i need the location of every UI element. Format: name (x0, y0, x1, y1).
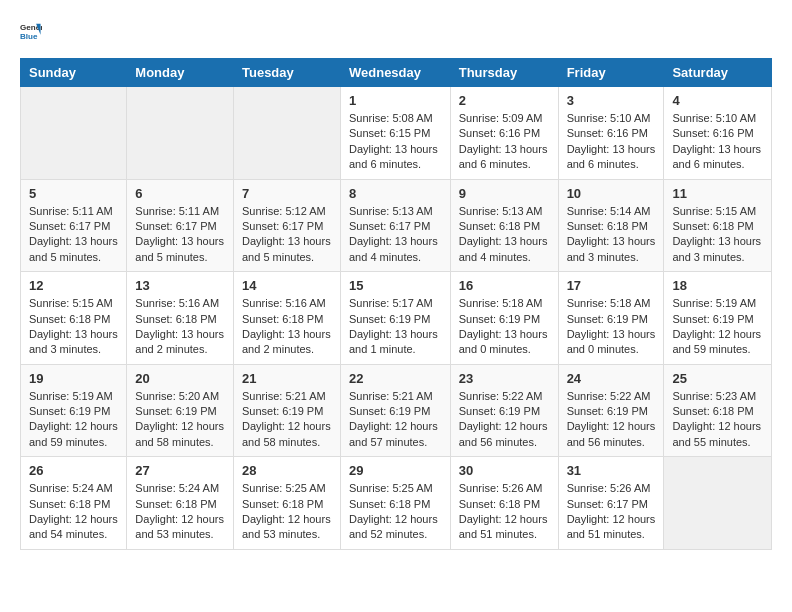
sunset: Sunset: 6:18 PM (349, 498, 430, 510)
sunrise: Sunrise: 5:26 AM (567, 482, 651, 494)
day-info: Sunrise: 5:15 AM Sunset: 6:18 PM Dayligh… (29, 296, 118, 358)
calendar-cell: 7 Sunrise: 5:12 AM Sunset: 6:17 PM Dayli… (233, 179, 340, 272)
calendar-cell: 4 Sunrise: 5:10 AM Sunset: 6:16 PM Dayli… (664, 87, 772, 180)
day-info: Sunrise: 5:23 AM Sunset: 6:18 PM Dayligh… (672, 389, 763, 451)
daylight: Daylight: 12 hours and 53 minutes. (242, 513, 331, 540)
day-number: 11 (672, 186, 763, 201)
sunrise: Sunrise: 5:22 AM (459, 390, 543, 402)
sunrise: Sunrise: 5:17 AM (349, 297, 433, 309)
sunset: Sunset: 6:16 PM (459, 127, 540, 139)
daylight: Daylight: 13 hours and 5 minutes. (242, 235, 331, 262)
day-info: Sunrise: 5:24 AM Sunset: 6:18 PM Dayligh… (135, 481, 225, 543)
daylight: Daylight: 13 hours and 0 minutes. (459, 328, 548, 355)
sunset: Sunset: 6:18 PM (29, 313, 110, 325)
sunset: Sunset: 6:18 PM (459, 498, 540, 510)
daylight: Daylight: 13 hours and 4 minutes. (459, 235, 548, 262)
sunrise: Sunrise: 5:25 AM (242, 482, 326, 494)
day-info: Sunrise: 5:17 AM Sunset: 6:19 PM Dayligh… (349, 296, 442, 358)
day-info: Sunrise: 5:20 AM Sunset: 6:19 PM Dayligh… (135, 389, 225, 451)
sunrise: Sunrise: 5:23 AM (672, 390, 756, 402)
day-info: Sunrise: 5:19 AM Sunset: 6:19 PM Dayligh… (672, 296, 763, 358)
sunrise: Sunrise: 5:10 AM (672, 112, 756, 124)
day-number: 21 (242, 371, 332, 386)
sunset: Sunset: 6:19 PM (242, 405, 323, 417)
sunrise: Sunrise: 5:12 AM (242, 205, 326, 217)
calendar-cell: 8 Sunrise: 5:13 AM Sunset: 6:17 PM Dayli… (340, 179, 450, 272)
calendar-cell: 6 Sunrise: 5:11 AM Sunset: 6:17 PM Dayli… (127, 179, 234, 272)
day-number: 30 (459, 463, 550, 478)
calendar-cell (664, 457, 772, 550)
sunset: Sunset: 6:16 PM (672, 127, 753, 139)
sunset: Sunset: 6:19 PM (349, 313, 430, 325)
calendar-cell: 24 Sunrise: 5:22 AM Sunset: 6:19 PM Dayl… (558, 364, 664, 457)
day-info: Sunrise: 5:25 AM Sunset: 6:18 PM Dayligh… (349, 481, 442, 543)
daylight: Daylight: 13 hours and 6 minutes. (672, 143, 761, 170)
sunrise: Sunrise: 5:24 AM (135, 482, 219, 494)
calendar-table: SundayMondayTuesdayWednesdayThursdayFrid… (20, 58, 772, 550)
calendar-cell: 23 Sunrise: 5:22 AM Sunset: 6:19 PM Dayl… (450, 364, 558, 457)
daylight: Daylight: 13 hours and 4 minutes. (349, 235, 438, 262)
calendar-cell: 14 Sunrise: 5:16 AM Sunset: 6:18 PM Dayl… (233, 272, 340, 365)
daylight: Daylight: 13 hours and 6 minutes. (567, 143, 656, 170)
weekday-header-friday: Friday (558, 59, 664, 87)
sunset: Sunset: 6:19 PM (349, 405, 430, 417)
sunrise: Sunrise: 5:15 AM (672, 205, 756, 217)
day-number: 9 (459, 186, 550, 201)
sunset: Sunset: 6:18 PM (567, 220, 648, 232)
day-number: 2 (459, 93, 550, 108)
sunset: Sunset: 6:19 PM (567, 405, 648, 417)
day-info: Sunrise: 5:16 AM Sunset: 6:18 PM Dayligh… (135, 296, 225, 358)
day-info: Sunrise: 5:16 AM Sunset: 6:18 PM Dayligh… (242, 296, 332, 358)
day-number: 15 (349, 278, 442, 293)
day-number: 6 (135, 186, 225, 201)
day-info: Sunrise: 5:11 AM Sunset: 6:17 PM Dayligh… (29, 204, 118, 266)
daylight: Daylight: 13 hours and 3 minutes. (29, 328, 118, 355)
calendar-cell: 17 Sunrise: 5:18 AM Sunset: 6:19 PM Dayl… (558, 272, 664, 365)
daylight: Daylight: 13 hours and 3 minutes. (672, 235, 761, 262)
day-info: Sunrise: 5:11 AM Sunset: 6:17 PM Dayligh… (135, 204, 225, 266)
sunrise: Sunrise: 5:19 AM (672, 297, 756, 309)
daylight: Daylight: 13 hours and 1 minute. (349, 328, 438, 355)
sunset: Sunset: 6:17 PM (135, 220, 216, 232)
day-number: 8 (349, 186, 442, 201)
sunset: Sunset: 6:17 PM (349, 220, 430, 232)
calendar-cell: 29 Sunrise: 5:25 AM Sunset: 6:18 PM Dayl… (340, 457, 450, 550)
calendar-header-row: SundayMondayTuesdayWednesdayThursdayFrid… (21, 59, 772, 87)
calendar-cell: 16 Sunrise: 5:18 AM Sunset: 6:19 PM Dayl… (450, 272, 558, 365)
calendar-week-row: 12 Sunrise: 5:15 AM Sunset: 6:18 PM Dayl… (21, 272, 772, 365)
day-number: 12 (29, 278, 118, 293)
day-number: 29 (349, 463, 442, 478)
calendar-cell: 15 Sunrise: 5:17 AM Sunset: 6:19 PM Dayl… (340, 272, 450, 365)
daylight: Daylight: 13 hours and 5 minutes. (29, 235, 118, 262)
day-number: 14 (242, 278, 332, 293)
sunrise: Sunrise: 5:11 AM (135, 205, 219, 217)
day-info: Sunrise: 5:12 AM Sunset: 6:17 PM Dayligh… (242, 204, 332, 266)
day-info: Sunrise: 5:13 AM Sunset: 6:17 PM Dayligh… (349, 204, 442, 266)
sunrise: Sunrise: 5:15 AM (29, 297, 113, 309)
day-info: Sunrise: 5:08 AM Sunset: 6:15 PM Dayligh… (349, 111, 442, 173)
weekday-header-monday: Monday (127, 59, 234, 87)
daylight: Daylight: 12 hours and 55 minutes. (672, 420, 761, 447)
sunset: Sunset: 6:16 PM (567, 127, 648, 139)
day-info: Sunrise: 5:14 AM Sunset: 6:18 PM Dayligh… (567, 204, 656, 266)
calendar-cell (233, 87, 340, 180)
calendar-cell (21, 87, 127, 180)
sunrise: Sunrise: 5:18 AM (459, 297, 543, 309)
sunrise: Sunrise: 5:18 AM (567, 297, 651, 309)
sunrise: Sunrise: 5:21 AM (242, 390, 326, 402)
calendar-cell: 22 Sunrise: 5:21 AM Sunset: 6:19 PM Dayl… (340, 364, 450, 457)
sunrise: Sunrise: 5:24 AM (29, 482, 113, 494)
daylight: Daylight: 12 hours and 51 minutes. (459, 513, 548, 540)
sunset: Sunset: 6:19 PM (672, 313, 753, 325)
day-number: 10 (567, 186, 656, 201)
day-info: Sunrise: 5:22 AM Sunset: 6:19 PM Dayligh… (459, 389, 550, 451)
day-number: 19 (29, 371, 118, 386)
sunset: Sunset: 6:19 PM (135, 405, 216, 417)
sunrise: Sunrise: 5:25 AM (349, 482, 433, 494)
sunrise: Sunrise: 5:20 AM (135, 390, 219, 402)
sunrise: Sunrise: 5:13 AM (349, 205, 433, 217)
day-info: Sunrise: 5:18 AM Sunset: 6:19 PM Dayligh… (567, 296, 656, 358)
calendar-cell: 10 Sunrise: 5:14 AM Sunset: 6:18 PM Dayl… (558, 179, 664, 272)
day-number: 3 (567, 93, 656, 108)
day-number: 1 (349, 93, 442, 108)
